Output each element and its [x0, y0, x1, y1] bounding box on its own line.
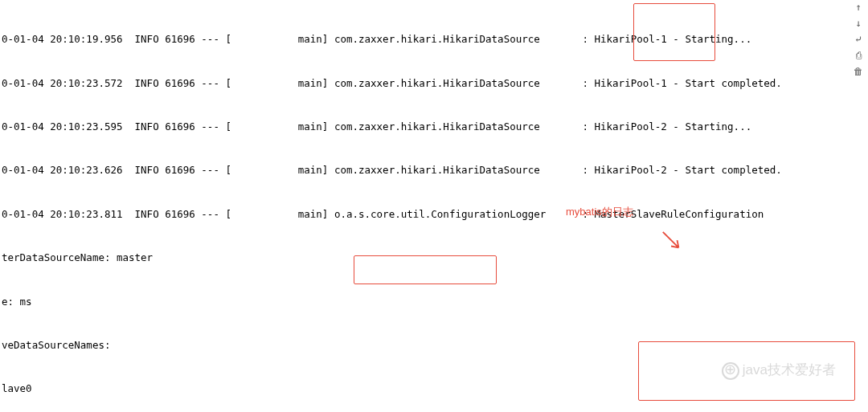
log-line: 0-01-04 20:10:19.956 INFO 61696 --- [ ma… — [2, 32, 866, 47]
log-line: e: ms — [2, 295, 866, 309]
console-toolbar: ↑ ↓ ⤶ ⎙ 🗑 — [850, 2, 866, 77]
scroll-up-icon[interactable]: ↑ — [853, 2, 864, 13]
log-output: 0-01-04 20:10:19.956 INFO 61696 --- [ ma… — [0, 0, 868, 412]
trash-icon[interactable]: 🗑 — [853, 66, 864, 77]
log-line: 0-01-04 20:10:23.595 INFO 61696 --- [ ma… — [2, 120, 866, 134]
scroll-down-icon[interactable]: ↓ — [853, 18, 864, 29]
soft-wrap-icon[interactable]: ⤶ — [853, 34, 864, 45]
log-line: lave0 — [2, 381, 866, 396]
log-line: veDataSourceNames: — [2, 338, 866, 353]
annotation-mybatis: mybatis的日志 — [566, 205, 633, 220]
log-line: 0-01-04 20:10:23.626 INFO 61696 --- [ ma… — [2, 163, 866, 177]
log-line: 0-01-04 20:10:23.572 INFO 61696 --- [ ma… — [2, 76, 866, 91]
print-icon[interactable]: ⎙ — [853, 50, 864, 61]
log-line: terDataSourceName: master — [2, 251, 866, 265]
log-line: 0-01-04 20:10:23.811 INFO 61696 --- [ ma… — [2, 207, 866, 222]
